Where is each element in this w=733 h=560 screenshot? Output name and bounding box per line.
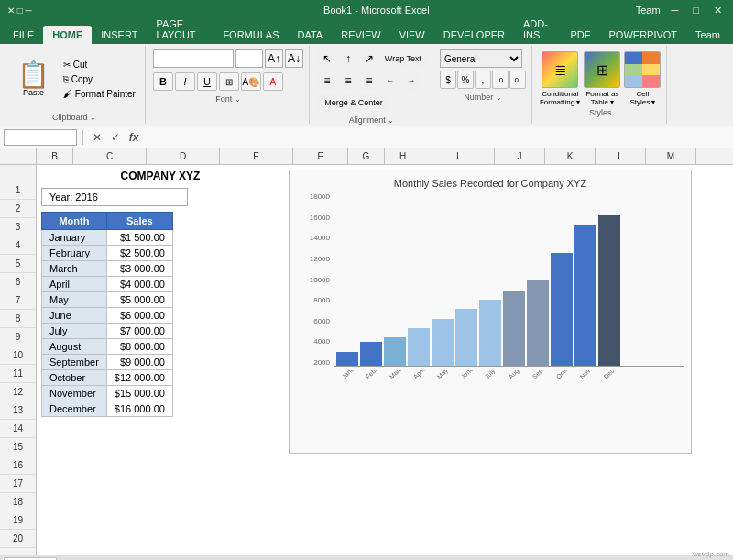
col-header-f[interactable]: F: [293, 148, 348, 164]
sales-cell-7[interactable]: $8 000.00: [106, 339, 172, 355]
tab-formulas[interactable]: FORMULAS: [213, 26, 288, 44]
col-header-l[interactable]: L: [596, 148, 646, 164]
copy-button[interactable]: ⎘ Copy: [60, 73, 139, 85]
italic-button[interactable]: I: [175, 72, 195, 91]
col-header-h[interactable]: H: [385, 148, 421, 164]
underline-button[interactable]: U: [197, 72, 217, 91]
month-cell-0[interactable]: January: [42, 230, 107, 246]
formula-separator: [82, 130, 83, 145]
decrease-font-btn[interactable]: A↓: [285, 49, 303, 68]
name-box[interactable]: C4: [4, 129, 77, 146]
tab-review[interactable]: REVIEW: [332, 26, 389, 44]
increase-font-btn[interactable]: A↑: [265, 49, 283, 68]
font-name-input[interactable]: Arial: [153, 49, 234, 68]
month-cell-9[interactable]: October: [42, 370, 107, 386]
sales-cell-0[interactable]: $1 500.00: [106, 230, 172, 246]
formula-cancel-btn[interactable]: ✕: [89, 129, 105, 146]
align-top-center-btn[interactable]: ↑: [338, 49, 358, 68]
borders-button[interactable]: ⊞: [219, 72, 239, 91]
tab-home[interactable]: HOME: [43, 26, 92, 44]
table-row: December$16 000.00: [42, 401, 173, 417]
tab-view[interactable]: VIEW: [390, 26, 434, 44]
formula-input[interactable]: [154, 129, 729, 146]
align-center-btn[interactable]: ≡: [338, 71, 358, 90]
merge-center-btn[interactable]: Merge & Center: [317, 93, 390, 112]
y-axis-label: 18000: [297, 192, 330, 201]
month-cell-3[interactable]: April: [42, 277, 107, 292]
month-cell-10[interactable]: November: [42, 386, 107, 401]
sales-cell-9[interactable]: $12 000.00: [106, 370, 172, 386]
col-header-k[interactable]: K: [545, 148, 596, 164]
close-btn[interactable]: ✕: [710, 5, 726, 16]
month-cell-6[interactable]: July: [42, 324, 107, 339]
month-cell-1[interactable]: February: [42, 246, 107, 261]
tab-pdf[interactable]: PDF: [562, 26, 600, 44]
styles-label: Styles: [589, 106, 612, 117]
col-header-c[interactable]: C: [73, 148, 147, 164]
wrap-text-btn[interactable]: Wrap Text: [380, 49, 426, 68]
align-top-left-btn[interactable]: ↖: [317, 49, 337, 68]
col-header-b[interactable]: B: [37, 148, 73, 164]
month-cell-2[interactable]: March: [42, 261, 107, 277]
col-header-i[interactable]: I: [421, 148, 495, 164]
sales-cell-11[interactable]: $16 000.00: [106, 401, 172, 417]
tab-add-ins[interactable]: ADD-INS: [514, 15, 562, 44]
tab-data[interactable]: DATA: [289, 26, 333, 44]
format-table-label: Format asTable ▾: [585, 90, 618, 106]
watermark: wsvdp.com: [693, 550, 729, 558]
row-num-header: [0, 148, 37, 164]
align-top-right-btn[interactable]: ↗: [359, 49, 379, 68]
sales-cell-4[interactable]: $5 000.00: [106, 292, 172, 308]
col-header-j[interactable]: J: [495, 148, 545, 164]
font-size-input[interactable]: 10: [235, 49, 263, 68]
formula-function-btn[interactable]: fx: [126, 129, 142, 146]
percent-btn[interactable]: %: [457, 71, 474, 89]
indent-increase-btn[interactable]: →: [401, 71, 421, 90]
align-right-btn[interactable]: ≡: [359, 71, 379, 90]
sales-cell-10[interactable]: $15 000.00: [106, 386, 172, 401]
indent-decrease-btn[interactable]: ←: [380, 71, 400, 90]
conditional-formatting-btn[interactable]: ≣ ConditionalFormatting ▾: [540, 51, 580, 106]
tab-team[interactable]: Team: [686, 26, 729, 44]
formula-confirm-btn[interactable]: ✓: [107, 129, 124, 146]
maximize-btn[interactable]: □: [689, 5, 703, 16]
alignment-label: Alignment ⌄: [349, 114, 395, 125]
tab-file[interactable]: FILE: [4, 26, 43, 44]
paste-button[interactable]: 📋 Paste: [9, 59, 58, 100]
tab-powerpivot[interactable]: POWERPIVOT: [600, 26, 687, 44]
increase-decimal-btn[interactable]: .0: [492, 71, 509, 89]
bold-button[interactable]: B: [153, 72, 173, 91]
minimize-btn[interactable]: ─: [668, 5, 683, 16]
month-cell-11[interactable]: December: [42, 401, 107, 417]
tab-developer[interactable]: DEVELOPER: [434, 26, 514, 44]
align-left-btn[interactable]: ≡: [317, 71, 337, 90]
cut-button[interactable]: ✂ Cut: [60, 59, 139, 71]
font-color-button[interactable]: A: [263, 72, 283, 91]
month-cell-7[interactable]: August: [42, 339, 107, 355]
currency-btn[interactable]: $: [440, 71, 456, 89]
cell-styles-btn[interactable]: CellStyles ▾: [624, 51, 661, 106]
number-format-select[interactable]: General: [440, 49, 522, 68]
month-cell-4[interactable]: May: [42, 292, 107, 308]
sales-cell-1[interactable]: $2 500.00: [106, 246, 172, 261]
col-header-m[interactable]: M: [646, 148, 696, 164]
sales-cell-2[interactable]: $3 000.00: [106, 261, 172, 277]
sales-cell-6[interactable]: $7 000.00: [106, 324, 172, 339]
month-cell-5[interactable]: June: [42, 308, 107, 324]
col-header-g[interactable]: G: [348, 148, 385, 164]
sheet-tab-1[interactable]: Sheet1: [4, 557, 57, 561]
comma-btn[interactable]: ,: [475, 71, 491, 89]
sales-cell-8[interactable]: $9 000.00: [106, 355, 172, 370]
format-painter-button[interactable]: 🖌 Format Painter: [60, 88, 139, 100]
fill-color-button[interactable]: A🎨: [241, 72, 261, 91]
sales-cell-5[interactable]: $6 000.00: [106, 308, 172, 324]
title-bar: ✕ □ ─ Book1 - Microsoft Excel Team ─ □ ✕: [0, 0, 733, 20]
tab-insert[interactable]: INSERT: [92, 26, 147, 44]
sales-cell-3[interactable]: $4 000.00: [106, 277, 172, 292]
decrease-decimal-btn[interactable]: 0.: [509, 71, 526, 89]
tab-page-layout[interactable]: PAGE LAYOUT: [147, 15, 213, 44]
month-cell-8[interactable]: September: [42, 355, 107, 370]
col-header-e[interactable]: E: [220, 148, 293, 164]
col-header-d[interactable]: D: [147, 148, 220, 164]
format-as-table-btn[interactable]: ⊞ Format asTable ▾: [584, 51, 620, 106]
